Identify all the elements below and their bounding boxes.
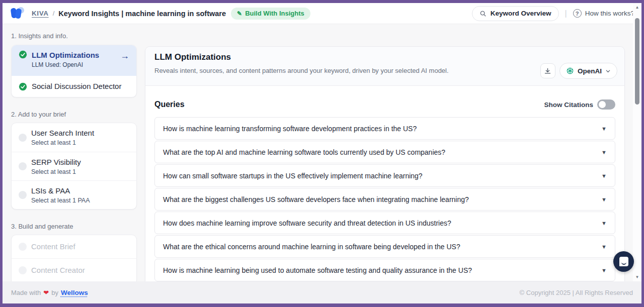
sidebar-item-title: SERP Visibility [31,158,129,167]
show-citations-toggle[interactable] [597,99,615,110]
scrollbar[interactable]: ▲ ▼ [633,3,641,281]
build-with-insights-badge[interactable]: ✎ Build With Insights [231,8,310,20]
query-row[interactable]: What are the top AI and machine learning… [154,141,615,163]
search-icon [479,10,487,17]
chevron-down-icon: ▼ [601,244,607,250]
sidebar-section-label-brief: 2. Add to your brief [11,111,66,118]
chevron-down-icon: ▼ [601,126,607,132]
chevron-down-icon: ▼ [601,173,607,179]
badge-label: Build With Insights [245,10,304,17]
query-text: What are the biggest challenges US softw… [163,195,469,203]
chevron-down-icon: ▼ [601,267,607,273]
sidebar-item-subtitle: Select at least 1 PAA [31,197,129,204]
sidebar-item-title: LSIs & PAA [31,186,129,195]
scrollbar-down-arrow[interactable]: ▼ [633,275,641,279]
sidebar-item-lsis-paa[interactable]: LSIs & PAA Select at least 1 PAA [12,180,136,209]
app-window: KIVA / Keyword Insights | machine learni… [0,0,644,307]
sidebar-section-label-generate: 3. Build and generate [11,223,73,230]
query-text: How is machine learning transforming sof… [163,125,417,133]
query-text: What are the top AI and machine learning… [163,148,445,156]
ai-model-value: OpenAI [578,67,602,75]
radio-circle-icon [19,162,27,170]
query-row[interactable]: How can small software startups in the U… [154,164,615,187]
kiva-logo-shape [15,8,22,19]
chat-bubble-icon [619,257,628,266]
query-row[interactable]: What are the ethical concerns around mac… [154,235,615,258]
queries-list: How is machine learning transforming sof… [154,117,615,281]
download-icon [544,67,551,75]
sidebar-item-title: LLM Optimizations [32,50,116,60]
pencil-icon: ✎ [237,10,242,17]
show-citations-label: Show Citations [544,101,594,109]
panel-header: LLM Optimizations Reveals intent, source… [145,47,624,86]
check-circle-icon [19,82,27,91]
chevron-down-icon: ▼ [601,196,607,202]
panel-description: Reveals intent, sources, and content pat… [154,67,449,74]
queries-heading: Queries [154,100,185,109]
query-row[interactable]: How is machine learning transforming sof… [154,117,615,140]
query-text: What are the ethical concerns around mac… [163,243,460,251]
sidebar-card-generate: Content Brief Content Creator [11,235,137,285]
ai-model-dropdown[interactable]: OpenAI [559,63,617,79]
made-with-text: Made with ❤ by Wellows [11,289,88,296]
how-this-works-label: How this works? [585,10,634,17]
sidebar-item-serp-visibility[interactable]: SERP Visibility Select at least 1 [12,152,136,180]
sidebar-item-subtitle: LLM Used: OpenAI [32,61,116,68]
arrow-right-icon: → [120,51,129,61]
sidebar-section-label-insights: 1. Insights and info. [11,32,68,40]
copyright-text: © Copyright 2025 | All Rights Reserved [520,289,633,296]
sidebar-card-brief: User Search Intent Select at least 1 SER… [11,123,137,210]
sidebar-item-llm-optimizations[interactable]: LLM Optimizations LLM Used: OpenAI → [12,45,136,76]
chevron-down-icon: ▼ [601,149,607,155]
scrollbar-thumb[interactable] [635,18,639,105]
sidebar-item-title: Social Discussion Detector [32,82,121,90]
sidebar-item-user-search-intent[interactable]: User Search Intent Select at least 1 [12,123,136,152]
query-row[interactable]: What are the biggest challenges US softw… [154,188,615,211]
footer-bar: Made with ❤ by Wellows © Copyright 2025 … [3,281,641,303]
top-navigation-bar: KIVA / Keyword Insights | machine learni… [3,3,641,24]
query-row[interactable]: How does machine learning improve softwa… [154,212,615,234]
page-title: Keyword Insights | machine learning in s… [58,10,226,18]
query-text: How is machine learning being used to au… [163,266,472,274]
radio-circle-icon [19,266,27,274]
query-text: How can small software startups in the U… [163,172,423,180]
sidebar-item-title: Content Brief [31,242,75,251]
scrollbar-up-arrow[interactable]: ▲ [633,5,641,10]
divider: | [565,9,567,18]
sidebar-item-subtitle: Select at least 1 [31,168,129,175]
openai-logo-icon [566,67,574,75]
download-button[interactable] [540,63,555,78]
breadcrumb-separator: / [53,10,55,17]
radio-circle-icon [19,134,27,142]
chevron-down-icon [605,68,611,74]
toggle-knob [599,101,606,108]
made-with-label: Made with [11,289,41,296]
sidebar-item-title: Content Creator [31,266,85,274]
radio-circle-icon [19,243,27,251]
sidebar-item-content-creator: Content Creator [12,258,136,281]
sidebar-card-insights: LLM Optimizations LLM Used: OpenAI → Soc… [11,45,137,97]
kiva-logo[interactable] [10,7,25,21]
query-row[interactable]: How is machine learning being used to au… [154,259,615,281]
radio-circle-icon [19,191,27,199]
chevron-down-icon: ▼ [601,220,607,226]
query-text: How does machine learning improve softwa… [163,219,451,227]
chat-launcher-button[interactable] [613,251,634,272]
sidebar-item-title: User Search Intent [31,129,129,138]
heart-icon: ❤ [43,289,49,296]
check-circle-icon [19,50,27,59]
by-label: by [51,289,58,296]
sidebar-item-content-brief: Content Brief [12,235,136,258]
question-circle-icon: ? [573,9,582,18]
keyword-overview-button[interactable]: Keyword Overview [472,6,559,21]
llm-optimizations-panel: LLM Optimizations Reveals intent, source… [145,46,625,282]
breadcrumb-brand-link[interactable]: KIVA [32,10,49,17]
how-this-works-link[interactable]: ? How this works? [573,9,634,18]
keyword-overview-label: Keyword Overview [491,10,551,17]
sidebar-item-subtitle: Select at least 1 [31,139,129,146]
sidebar-item-social-discussion-detector[interactable]: Social Discussion Detector [12,76,136,97]
wellows-link[interactable]: Wellows [61,289,88,296]
panel-title: LLM Optimizations [154,52,231,62]
